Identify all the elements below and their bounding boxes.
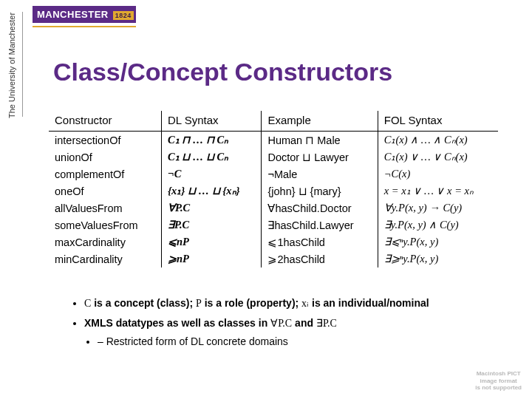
note-text: xᵢ [301, 298, 309, 309]
note-text: is a role (property); [202, 297, 301, 309]
notes-list: C is a concept (class); P is a role (pro… [71, 294, 507, 353]
cell-dl: ∃P.C [161, 216, 262, 233]
note-text: is an individual/nominal [309, 297, 429, 309]
note-text: and [292, 317, 316, 329]
cell-fol: C₁(x) ∨ … ∨ Cₙ(x) [378, 149, 498, 166]
cell-constructor: minCardinality [49, 250, 161, 267]
note-text: ∃P.C [316, 318, 337, 329]
col-constructor: Constructor [49, 111, 161, 132]
cell-example: ∀hasChild.Doctor [262, 200, 378, 216]
logo-underline [33, 26, 136, 27]
sidebar-caption: The University of Manchester [7, 13, 16, 118]
note-item: C is a concept (class); P is a role (pro… [84, 294, 507, 313]
cell-dl: C₁ ⊔ … ⊔ Cₙ [161, 149, 262, 166]
col-dl: DL Syntax [161, 111, 262, 132]
table-row: complementOf¬C¬Male¬C(x) [49, 166, 498, 183]
cell-example: Human ⊓ Male [262, 132, 378, 149]
sidebar-divider [22, 12, 23, 117]
cell-constructor: allValuesFrom [49, 200, 161, 216]
note-subitem: Restricted form of DL concrete domains [98, 332, 507, 351]
logo-text: MANCHESTER [37, 9, 109, 20]
cell-example: {john} ⊔ {mary} [262, 183, 378, 200]
table-row: allValuesFrom∀P.C∀hasChild.Doctor∀y.P(x,… [49, 200, 498, 216]
note-item: XMLS datatypes as well as classes in ∀P.… [84, 314, 507, 351]
cell-fol: x = x₁ ∨ … ∨ x = xₙ [378, 183, 498, 200]
cell-dl: ∀P.C [161, 200, 262, 216]
cell-dl: ⩽nP [161, 233, 262, 250]
table-row: maxCardinality⩽nP⩽1hasChild∃⩽ⁿy.P(x, y) [49, 233, 498, 250]
cell-example: ⩾2hasChild [262, 250, 378, 267]
note-text: is a concept (class); [91, 297, 196, 309]
note-text: C [84, 298, 91, 309]
table-row: unionOfC₁ ⊔ … ⊔ CₙDoctor ⊔ LawyerC₁(x) ∨… [49, 149, 498, 166]
cell-example: ⩽1hasChild [262, 233, 378, 250]
pict-line: is not supported [475, 384, 522, 392]
slide-title: Class/Concept Constructors [53, 58, 392, 86]
cell-constructor: intersectionOf [49, 132, 161, 149]
cell-fol: ∀y.P(x, y) → C(y) [378, 200, 498, 216]
university-logo: MANCHESTER 1824 [33, 6, 136, 27]
cell-dl: C₁ ⊓ … ⊓ Cₙ [161, 132, 262, 149]
table-header-row: Constructor DL Syntax Example FOL Syntax [49, 111, 498, 132]
cell-dl: {x₁} ⊔ … ⊔ {xₙ} [161, 183, 262, 200]
table-row: minCardinality⩾nP⩾2hasChild∃⩾ⁿy.P(x, y) [49, 250, 498, 267]
cell-example: ¬Male [262, 166, 378, 183]
col-fol: FOL Syntax [378, 111, 498, 132]
cell-constructor: unionOf [49, 149, 161, 166]
cell-constructor: maxCardinality [49, 233, 161, 250]
note-text: ∀P.C [270, 318, 292, 329]
note-text: P [196, 298, 202, 309]
cell-dl: ¬C [161, 166, 262, 183]
note-text: XMLS datatypes as well as classes in [84, 317, 270, 329]
cell-example: Doctor ⊔ Lawyer [262, 149, 378, 166]
pict-warning: Macintosh PICT image format is not suppo… [475, 370, 522, 392]
pict-line: image format [475, 378, 522, 385]
col-example: Example [262, 111, 378, 132]
cell-fol: ¬C(x) [378, 166, 498, 183]
cell-example: ∃hasChild.Lawyer [262, 216, 378, 233]
cell-constructor: someValuesFrom [49, 216, 161, 233]
table-row: oneOf{x₁} ⊔ … ⊔ {xₙ}{john} ⊔ {mary}x = x… [49, 183, 498, 200]
logo-year: 1824 [113, 11, 134, 20]
cell-constructor: oneOf [49, 183, 161, 200]
constructors-table: Constructor DL Syntax Example FOL Syntax… [49, 111, 498, 267]
table-row: intersectionOfC₁ ⊓ … ⊓ CₙHuman ⊓ MaleC₁(… [49, 132, 498, 149]
cell-fol: ∃y.P(x, y) ∧ C(y) [378, 216, 498, 233]
cell-fol: C₁(x) ∧ … ∧ Cₙ(x) [378, 132, 498, 149]
cell-fol: ∃⩽ⁿy.P(x, y) [378, 233, 498, 250]
cell-dl: ⩾nP [161, 250, 262, 267]
cell-constructor: complementOf [49, 166, 161, 183]
cell-fol: ∃⩾ⁿy.P(x, y) [378, 250, 498, 267]
pict-line: Macintosh PICT [475, 370, 522, 378]
table-row: someValuesFrom∃P.C∃hasChild.Lawyer∃y.P(x… [49, 216, 498, 233]
